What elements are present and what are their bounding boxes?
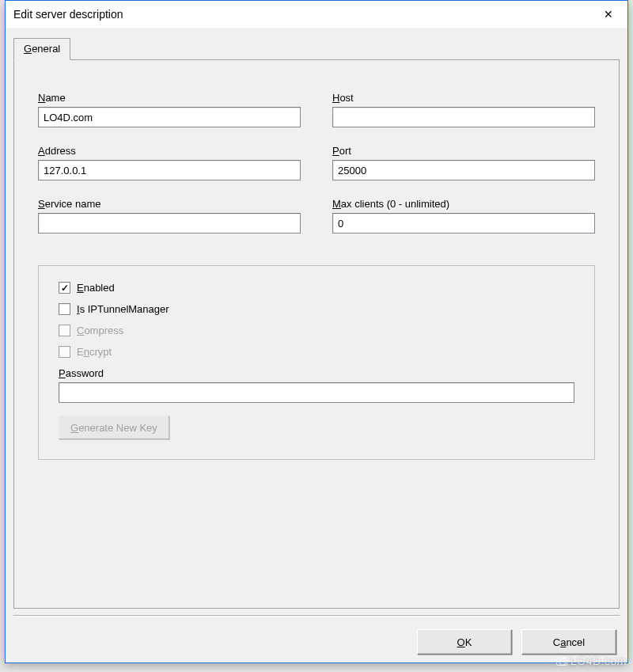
checkbox-compress xyxy=(59,325,70,336)
field-grid: Name Host Address Port xyxy=(38,92,595,233)
field-address: Address xyxy=(38,145,301,180)
tab-panel-general: Name Host Address Port xyxy=(13,59,620,609)
watermark: LO4D.com xyxy=(556,655,627,667)
label-password: Password xyxy=(59,367,104,379)
field-max-clients: Max clients (0 - unlimited) xyxy=(332,198,595,233)
input-max-clients[interactable] xyxy=(332,213,595,233)
input-service-name[interactable] xyxy=(38,213,301,233)
input-name[interactable] xyxy=(38,107,301,127)
close-button[interactable]: ✕ xyxy=(589,1,627,28)
row-enabled: Enabled xyxy=(59,282,574,294)
label-port: Port xyxy=(332,145,595,157)
row-encrypt: Encrypt xyxy=(59,346,574,358)
label-address: Address xyxy=(38,145,301,157)
field-host: Host xyxy=(332,92,595,127)
cancel-button[interactable]: Cancel xyxy=(521,629,616,655)
checkbox-enabled[interactable] xyxy=(59,282,70,294)
dialog-window: Edit server description ✕ General Name xyxy=(5,0,628,663)
label-max-clients: Max clients (0 - unlimited) xyxy=(332,198,595,210)
label-host: Host xyxy=(332,92,595,104)
input-password[interactable] xyxy=(59,382,574,403)
checkbox-encrypt xyxy=(59,346,70,358)
tab-general-hotkey: G xyxy=(24,43,32,55)
options-group: Enabled Is IPTunnelManager Compress Encr… xyxy=(38,265,595,460)
close-icon: ✕ xyxy=(604,8,613,21)
row-compress: Compress xyxy=(59,325,574,336)
label-compress: Compress xyxy=(77,325,123,336)
tab-strip: General xyxy=(13,37,72,59)
separator xyxy=(13,615,620,617)
ok-button[interactable]: OK xyxy=(417,629,512,655)
label-name: Name xyxy=(38,92,301,104)
password-block: Password xyxy=(59,367,574,403)
input-port[interactable] xyxy=(332,160,595,180)
generate-key-button: Generate New Key xyxy=(59,416,169,439)
camera-icon xyxy=(556,658,567,666)
label-enabled[interactable]: Enabled xyxy=(77,282,115,294)
titlebar: Edit server description ✕ xyxy=(6,1,627,28)
checkbox-istunnel[interactable] xyxy=(59,303,70,315)
field-service-name: Service name xyxy=(38,198,301,233)
window-title: Edit server description xyxy=(13,8,589,21)
input-address[interactable] xyxy=(38,160,301,180)
field-name: Name xyxy=(38,92,301,127)
tab-general-label: eneral xyxy=(32,43,60,55)
field-port: Port xyxy=(332,145,595,180)
dialog-buttons: OK Cancel xyxy=(417,629,616,655)
label-encrypt: Encrypt xyxy=(77,346,112,358)
watermark-text: LO4D.com xyxy=(570,655,627,667)
label-istunnel[interactable]: Is IPTunnelManager xyxy=(77,303,169,315)
tab-general[interactable]: General xyxy=(13,38,70,60)
input-host[interactable] xyxy=(332,107,595,127)
row-istunnel: Is IPTunnelManager xyxy=(59,303,574,315)
client-area: General Name Host Address xyxy=(6,28,627,663)
label-service-name: Service name xyxy=(38,198,301,210)
